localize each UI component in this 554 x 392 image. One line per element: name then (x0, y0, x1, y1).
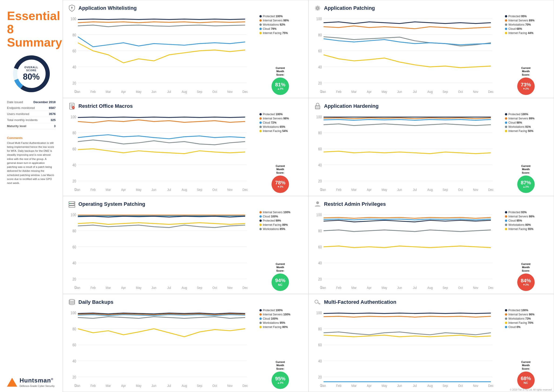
endpoints-row: Endpoints monitored 6587 (7, 105, 55, 111)
svg-point-134 (316, 201, 319, 204)
svg-text:Nov: Nov (227, 384, 233, 388)
sidebar-title: Essential 8Summary (7, 9, 55, 49)
panel-backups: Daily Backups 100 80 60 40 20 (63, 294, 309, 392)
chart-svg-patching: 100 80 60 40 20 0 Jan Feb Mar Apr May Ju… (313, 15, 503, 95)
users-row: Users monitored 3576 (7, 111, 55, 117)
svg-text:Jun: Jun (152, 384, 156, 388)
svg-text:Oct: Oct (212, 286, 217, 290)
lock-icon (313, 102, 322, 110)
svg-text:40: 40 (318, 359, 322, 363)
svg-text:Feb: Feb (90, 286, 96, 290)
incidents-row: Total monthly incidents 325 (7, 117, 55, 123)
sidebar: Essential 8Summary OVERALL SCORE 80% (0, 0, 63, 392)
chart-svg-mfa: 100 80 60 40 20 0 Jan Feb Mar Apr May Ju… (313, 309, 503, 389)
endpoints-value: 6587 (49, 106, 55, 110)
svg-text:40: 40 (72, 261, 76, 265)
svg-text:Jun: Jun (152, 286, 156, 290)
main-content: Application Whitelisting 100 80 60 (63, 0, 554, 392)
chart-svg-whitelisting: 100 80 60 40 20 0 Jan Feb Mar Apr May Ju… (68, 15, 257, 95)
legend-patching: Protected 95% Internal Servers 89% Works… (503, 15, 549, 35)
svg-text:Apr: Apr (121, 90, 126, 94)
chart-area-backups: 100 80 60 40 20 0 Jan Feb Mar Apr May Ju… (68, 309, 304, 389)
incidents-value: 325 (50, 118, 55, 122)
svg-text:Sep: Sep (197, 90, 202, 94)
score-badge-hardening: 87% ▲2% (517, 175, 535, 193)
svg-text:Jan: Jan (75, 384, 80, 388)
svg-point-109 (74, 204, 75, 205)
svg-text:20: 20 (72, 179, 76, 183)
svg-text:80: 80 (318, 131, 322, 135)
comments-section: Comments Cloud Multi Factor Authenticati… (7, 136, 55, 185)
chart-area-hardening: 100 80 60 40 20 0 Jan Feb Mar Apr May Ju… (313, 113, 549, 193)
panel-mfa: Multi-Factored Authentication 100 80 60 … (309, 294, 554, 392)
svg-text:80: 80 (72, 229, 76, 233)
shield-icon (68, 4, 76, 12)
svg-text:Jul: Jul (413, 188, 417, 192)
svg-rect-81 (315, 106, 320, 109)
chart-svg-admin: 100 80 60 40 20 0 Jan Feb Mar Apr May Ju… (313, 211, 503, 291)
copyright-text: © 2019 Tier-3 Pty Ltd. All rights reserv… (510, 389, 552, 391)
panel-header-admin: Restrict Admin Privileges (313, 200, 549, 208)
svg-text:Oct: Oct (212, 90, 217, 94)
chart-area-admin: 100 80 60 40 20 0 Jan Feb Mar Apr May Ju… (313, 211, 549, 291)
svg-text:Dec: Dec (488, 384, 493, 388)
svg-text:Sep: Sep (442, 90, 448, 94)
chart-area-os: 100 80 60 40 20 0 Jan Feb Mar Apr May Ju… (68, 211, 304, 291)
legend-os: Internal Servers 100% Cloud 100% Protect… (257, 211, 304, 231)
svg-text:100: 100 (316, 115, 322, 119)
comments-text: Cloud Multi Factor Authentication is sti… (7, 141, 55, 185)
maturity-label: Maturity level (7, 124, 26, 128)
score-badge-mfa: 68% NC (517, 371, 535, 389)
overall-label: OVERALL SCORE (21, 66, 41, 72)
svg-text:20: 20 (72, 375, 76, 379)
svg-text:40: 40 (72, 65, 76, 69)
svg-text:Aug: Aug (182, 188, 187, 192)
svg-text:80: 80 (318, 327, 322, 331)
logo-wrap: Huntsman® Defence-Grade Cyber Security (7, 377, 55, 387)
svg-text:80: 80 (72, 33, 76, 37)
svg-text:Aug: Aug (182, 384, 187, 388)
legend-mfa: Protected 100% Internal Servers 96% Work… (503, 309, 549, 329)
panel-header-whitelisting: Application Whitelisting (68, 4, 304, 12)
svg-text:60: 60 (72, 49, 76, 53)
svg-text:Jul: Jul (167, 286, 171, 290)
maturity-value: 3 (54, 124, 55, 128)
svg-text:Apr: Apr (121, 384, 126, 388)
panel-hardening: Application Hardening 100 80 60 40 20 (309, 98, 554, 196)
svg-text:100: 100 (70, 17, 76, 21)
svg-text:Jul: Jul (413, 384, 417, 388)
svg-text:40: 40 (318, 163, 322, 167)
panel-app-whitelisting: Application Whitelisting 100 80 60 (63, 0, 309, 98)
svg-text:Apr: Apr (367, 384, 372, 388)
svg-text:Jun: Jun (397, 286, 402, 290)
score-badge-admin: 84% ▼2% (517, 273, 535, 291)
svg-text:80: 80 (72, 131, 76, 135)
svg-text:Aug: Aug (427, 188, 433, 192)
svg-text:Feb: Feb (336, 188, 341, 192)
svg-text:100: 100 (70, 115, 76, 119)
svg-text:Jan: Jan (321, 286, 326, 290)
svg-text:Sep: Sep (197, 384, 202, 388)
svg-text:Mar: Mar (351, 90, 357, 94)
svg-text:May: May (381, 188, 387, 192)
panel-title-whitelisting: Application Whitelisting (78, 5, 137, 11)
svg-text:Nov: Nov (473, 286, 478, 290)
svg-text:May: May (381, 384, 387, 388)
svg-text:Nov: Nov (473, 384, 478, 388)
svg-text:Jun: Jun (397, 384, 402, 388)
svg-text:Oct: Oct (458, 286, 463, 290)
svg-text:Apr: Apr (121, 188, 126, 192)
svg-text:Jan: Jan (321, 90, 326, 94)
svg-text:Nov: Nov (227, 188, 233, 192)
svg-text:Jan: Jan (321, 188, 326, 192)
panel-title-backups: Daily Backups (78, 299, 113, 305)
svg-text:Oct: Oct (458, 188, 463, 192)
svg-text:Jun: Jun (397, 188, 402, 192)
logo-text: Huntsman® Defence-Grade Cyber Security (20, 377, 55, 387)
svg-text:Feb: Feb (336, 384, 341, 388)
svg-text:Sep: Sep (442, 384, 448, 388)
svg-text:Dec: Dec (488, 90, 493, 94)
svg-text:Dec: Dec (242, 188, 248, 192)
svg-text:Nov: Nov (227, 286, 233, 290)
svg-text:May: May (381, 90, 387, 94)
